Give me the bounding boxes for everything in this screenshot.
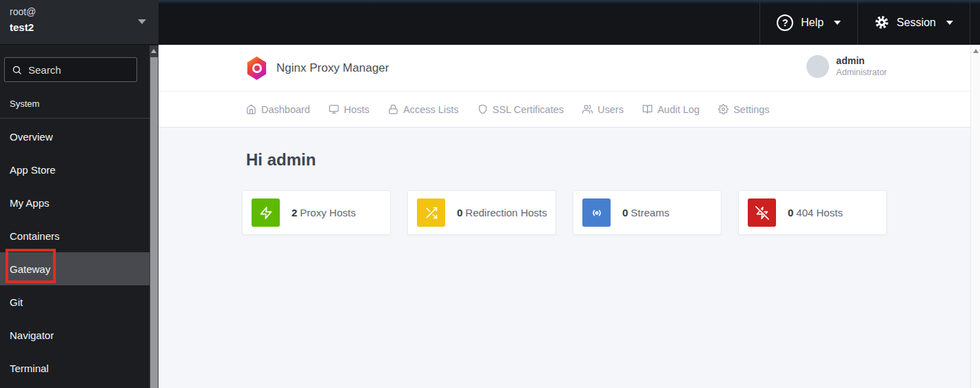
- search-input[interactable]: [28, 64, 125, 76]
- sidebar-body: System Overview App Store My Apps Contai…: [0, 45, 150, 388]
- card-text: 0404 Hosts: [788, 207, 843, 218]
- tab-users[interactable]: Users: [582, 104, 624, 115]
- masthead: ? Help Session: [159, 0, 980, 45]
- chevron-down-icon: [834, 21, 841, 25]
- session-menu-button[interactable]: Session: [857, 0, 970, 45]
- sidebar-item-my-apps[interactable]: My Apps: [0, 186, 150, 219]
- app-brand: Nginx Proxy Manager: [246, 57, 389, 80]
- page-scrollbar[interactable]: [970, 45, 980, 388]
- stamp-blue: [582, 198, 611, 227]
- gear-icon: [875, 15, 889, 30]
- chevron-down-icon: [138, 19, 146, 24]
- chevron-down-icon: [946, 21, 953, 25]
- proxy-hosts-label: Proxy Hosts: [300, 207, 356, 218]
- streams-card[interactable]: 0Streams: [573, 190, 722, 235]
- sidebar-section-system: System: [10, 99, 39, 109]
- tab-label: Settings: [733, 104, 769, 115]
- dead-hosts-label: 404 Hosts: [796, 207, 843, 218]
- sidebar-scrollbar-thumb[interactable]: [150, 57, 158, 388]
- shuffle-icon: [425, 206, 438, 220]
- search-icon: [12, 65, 22, 75]
- tab-label: Access Lists: [403, 104, 459, 115]
- card-text: 2Proxy Hosts: [292, 207, 356, 218]
- tab-ssl-certificates[interactable]: SSL Certificates: [478, 104, 564, 115]
- proxy-hosts-count: 2: [292, 207, 297, 218]
- help-label: Help: [801, 17, 824, 29]
- monitor-icon: [329, 104, 339, 114]
- tab-dashboard[interactable]: Dashboard: [246, 104, 310, 115]
- user-menu[interactable]: admin Administrator: [806, 54, 887, 78]
- app-header: Nginx Proxy Manager admin Administrator: [159, 45, 970, 92]
- help-icon: ?: [777, 14, 793, 31]
- scroll-up-arrow-icon[interactable]: [151, 49, 156, 53]
- user-role: Administrator: [836, 66, 887, 77]
- app-nav: Dashboard Hosts Access Lists: [159, 92, 970, 127]
- sidebar-divider: [0, 118, 150, 119]
- sidebar-item-app-store[interactable]: App Store: [0, 153, 150, 186]
- tab-label: Users: [598, 104, 624, 115]
- card-text: 0Streams: [622, 207, 669, 218]
- session-label: Session: [897, 17, 936, 29]
- lock-icon: [388, 104, 398, 114]
- proxy-hosts-card[interactable]: 2Proxy Hosts: [242, 190, 391, 235]
- stat-cards: 2Proxy Hosts 0Redirection Hosts: [242, 190, 887, 235]
- stamp-red: [748, 198, 776, 227]
- sidebar: root@ test2 System Overview App Store My…: [0, 0, 159, 388]
- tab-label: Dashboard: [261, 104, 310, 115]
- sidebar-item-gateway[interactable]: Gateway: [0, 252, 150, 285]
- host-name-label: test2: [10, 21, 34, 33]
- home-icon: [246, 104, 256, 114]
- app-title: Nginx Proxy Manager: [276, 61, 389, 75]
- sidebar-scrollbar[interactable]: [150, 45, 159, 388]
- help-menu-button[interactable]: ? Help: [759, 0, 857, 45]
- sidebar-item-git[interactable]: Git: [0, 285, 150, 318]
- main-area: Nginx Proxy Manager admin Administrator: [159, 45, 980, 388]
- sidebar-item-containers[interactable]: Containers: [0, 219, 150, 252]
- shield-icon: [478, 104, 488, 114]
- streams-label: Streams: [631, 207, 669, 218]
- tab-label: Hosts: [344, 104, 369, 115]
- sidebar-item-terminal[interactable]: Terminal: [0, 351, 150, 385]
- redirection-hosts-card[interactable]: 0Redirection Hosts: [407, 190, 556, 235]
- host-switcher[interactable]: root@ test2: [0, 0, 159, 45]
- streams-count: 0: [622, 207, 628, 218]
- masthead-menu: ? Help Session: [759, 0, 970, 45]
- dead-hosts-card[interactable]: 0404 Hosts: [738, 190, 887, 235]
- zap-icon: [259, 206, 273, 220]
- dashboard-content: Hi admin 2Proxy Hosts: [159, 127, 970, 235]
- tab-label: Audit Log: [657, 104, 700, 115]
- card-text: 0Redirection Hosts: [457, 207, 547, 218]
- dead-hosts-count: 0: [788, 207, 793, 218]
- users-icon: [582, 104, 593, 114]
- gear-icon: [718, 104, 728, 114]
- tab-audit-log[interactable]: Audit Log: [642, 104, 700, 115]
- sidebar-item-navigator[interactable]: Navigator: [0, 318, 150, 351]
- zap-off-icon: [755, 206, 769, 220]
- tab-settings[interactable]: Settings: [718, 104, 769, 115]
- page-title: Hi admin: [246, 150, 887, 170]
- scroll-up-arrow-icon[interactable]: [973, 49, 979, 53]
- sidebar-items: Overview App Store My Apps Containers Ga…: [0, 120, 150, 385]
- tab-hosts[interactable]: Hosts: [329, 104, 369, 115]
- tab-access-lists[interactable]: Access Lists: [388, 104, 459, 115]
- tab-label: SSL Certificates: [493, 104, 564, 115]
- nginx-proxy-manager-logo-icon: [246, 57, 267, 80]
- sidebar-item-overview[interactable]: Overview: [0, 120, 150, 153]
- host-user-label: root@: [10, 6, 36, 17]
- radio-icon: [590, 206, 604, 220]
- redirection-hosts-label: Redirection Hosts: [465, 207, 547, 218]
- sidebar-search[interactable]: [4, 57, 137, 82]
- book-open-icon: [642, 104, 653, 114]
- redirection-hosts-count: 0: [457, 207, 462, 218]
- avatar: [806, 55, 829, 78]
- stamp-yellow: [417, 198, 445, 227]
- stamp-green: [252, 198, 280, 227]
- user-name: admin: [836, 54, 887, 66]
